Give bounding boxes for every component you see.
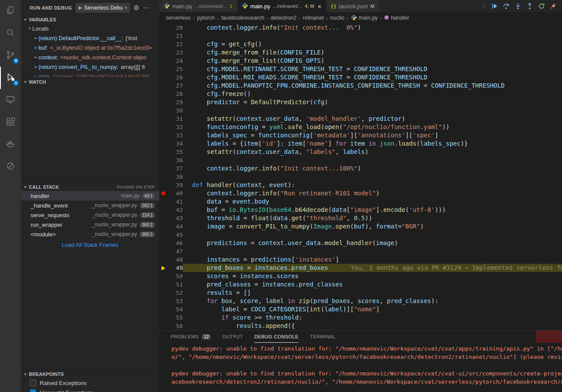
gutter-glyph-margin[interactable] bbox=[159, 206, 167, 214]
code-text[interactable]: labels = {item['id']: item['name'] for i… bbox=[183, 140, 562, 148]
chevron-right-icon[interactable]: ▸ bbox=[33, 55, 38, 59]
breadcrumb-item[interactable]: main.py bbox=[351, 14, 378, 22]
code-text[interactable]: cfg = get_cfg() bbox=[183, 40, 562, 48]
disconnect-button[interactable] bbox=[550, 3, 557, 10]
gutter-glyph-margin[interactable] bbox=[159, 106, 167, 115]
code-text[interactable]: cfg.freeze() bbox=[183, 90, 562, 98]
gutter-glyph-margin[interactable] bbox=[159, 148, 167, 156]
gutter-glyph-margin[interactable] bbox=[159, 222, 167, 231]
panel-tab-output[interactable]: OUTPUT bbox=[222, 331, 243, 343]
close-icon[interactable]: × bbox=[318, 3, 322, 10]
code-line[interactable]: 41 data = event.body bbox=[159, 198, 562, 206]
code-text[interactable]: cfg.merge_from_file(CONFIG_FILE) bbox=[183, 48, 562, 57]
code-text[interactable]: context.logger.info("Init context... 0%"… bbox=[183, 24, 562, 32]
gutter-glyph-margin[interactable] bbox=[159, 272, 167, 280]
code-text[interactable]: label = COCO_CATEGORIES[int(label)]["nam… bbox=[183, 305, 562, 314]
variable-row[interactable]: ▸context:<nuclio_sdk.context.Context obj… bbox=[21, 52, 159, 62]
code-line[interactable]: 55 if score >= threshold: bbox=[159, 314, 562, 322]
gutter-glyph-margin[interactable] bbox=[159, 140, 167, 148]
stack-frame-row[interactable]: <module>_nuclio_wrapper.py366:1 bbox=[21, 229, 159, 239]
code-line[interactable]: 27 cfg.MODEL.PANOPTIC_FPN.COMBINE.INSTAN… bbox=[159, 82, 562, 90]
code-text[interactable]: scores = instances.scores bbox=[183, 272, 562, 280]
code-line[interactable]: 53 for box, score, label in zip(pred_box… bbox=[159, 297, 562, 305]
variable-row[interactable]: ▸buf:<_io.BytesIO object at 0x7f5a2dc1ec… bbox=[21, 43, 159, 52]
gutter-glyph-margin[interactable] bbox=[159, 40, 167, 48]
gutter-glyph-margin[interactable] bbox=[159, 164, 167, 173]
code-line[interactable]: 30 bbox=[159, 106, 562, 115]
breakpoint-dot-icon[interactable] bbox=[159, 189, 167, 198]
code-line[interactable]: 43 threshold = float(data.get("threshold… bbox=[159, 214, 562, 222]
code-text[interactable]: setattr(context.user_data, 'model_handle… bbox=[183, 115, 562, 123]
code-line[interactable]: 32 functionconfig = yaml.safe_load(open(… bbox=[159, 123, 562, 131]
gutter-glyph-margin[interactable] bbox=[159, 173, 167, 181]
variable-row[interactable]: ▸(return) DefaultPredictor.__call__:{'in… bbox=[21, 33, 159, 43]
code-line[interactable]: 24 cfg.merge_from_list(CONFIG_OPTS) bbox=[159, 57, 562, 65]
breadcrumb-item[interactable]: nuclio bbox=[330, 15, 345, 21]
step-over-button[interactable] bbox=[503, 3, 510, 10]
code-text[interactable]: def handler(context, event): bbox=[183, 181, 562, 189]
panel-tab-debug-console[interactable]: DEBUG CONSOLE bbox=[254, 331, 298, 343]
code-line[interactable]: 38 bbox=[159, 173, 562, 181]
stack-frame-row[interactable]: handlermain.py49:1 bbox=[21, 191, 159, 201]
gutter-glyph-margin[interactable] bbox=[159, 73, 167, 82]
editor-tab[interactable]: main.py.../retinanet/...4, M× bbox=[237, 0, 326, 12]
code-line[interactable]: 51 pred_classes = instances.pred_classes bbox=[159, 280, 562, 289]
code-line[interactable]: 49 pred_boxes = instances.pred_boxesYou,… bbox=[159, 264, 562, 272]
load-all-stack-frames-link[interactable]: Load All Stack Frames bbox=[21, 242, 159, 248]
breadcrumb-item[interactable]: pytorch bbox=[197, 15, 215, 21]
gutter-glyph-margin[interactable] bbox=[159, 48, 167, 57]
breakpoints-section-header[interactable]: ▾ BREAKPOINTS bbox=[21, 370, 159, 378]
code-text[interactable] bbox=[183, 156, 562, 164]
watch-section-header[interactable]: ▾ WATCH bbox=[21, 78, 159, 86]
gutter-glyph-margin[interactable] bbox=[159, 297, 167, 305]
debug-console-output[interactable]: pydev debugger: unable to find translati… bbox=[159, 344, 562, 392]
activity-item-remote-explorer[interactable] bbox=[0, 89, 21, 111]
code-line[interactable]: 36 bbox=[159, 156, 562, 164]
chevron-right-icon[interactable]: ▸ bbox=[33, 36, 38, 40]
debug-config-dropdown[interactable]: ▶ Serverless Debu ▾ bbox=[75, 3, 130, 13]
stack-frame-row[interactable]: serve_requests_nuclio_wrapper.py114:1 bbox=[21, 210, 159, 220]
code-line[interactable]: 47 bbox=[159, 247, 562, 256]
gutter-glyph-margin[interactable] bbox=[159, 131, 167, 140]
gutter-glyph-margin[interactable] bbox=[159, 115, 167, 123]
code-text[interactable]: predictor = DefaultPredictor(cfg) bbox=[183, 98, 562, 106]
activity-item-search[interactable] bbox=[0, 22, 21, 44]
code-text[interactable] bbox=[183, 32, 562, 40]
step-into-button[interactable] bbox=[514, 3, 521, 10]
activity-item-circle-plugin[interactable] bbox=[0, 156, 21, 178]
gutter-glyph-margin[interactable] bbox=[159, 82, 167, 90]
breakpoint-checkbox[interactable]: ✓ bbox=[30, 389, 36, 392]
stack-frame-row[interactable]: run_wrapper_nuclio_wrapper.py360:1 bbox=[21, 220, 159, 229]
activity-item-docker[interactable] bbox=[0, 133, 21, 156]
gutter-glyph-margin[interactable] bbox=[159, 32, 167, 40]
gutter-glyph-margin[interactable] bbox=[159, 239, 167, 247]
code-text[interactable]: results = [] bbox=[183, 289, 562, 297]
editor-code[interactable]: 20 context.logger.info("Init context... … bbox=[159, 24, 562, 330]
gutter-glyph-margin[interactable] bbox=[159, 198, 167, 206]
variable-row[interactable]: ▸data:{'image': 'iVBORw0KGgoAAAANSUhE bbox=[21, 72, 159, 77]
gutter-glyph-margin[interactable] bbox=[159, 256, 167, 264]
panel-tab-problems[interactable]: PROBLEMS12 bbox=[171, 331, 211, 343]
code-text[interactable]: buf = io.BytesIO(base64.b64decode(data["… bbox=[183, 206, 562, 214]
code-text[interactable]: functionconfig = yaml.safe_load(open("/o… bbox=[183, 123, 562, 131]
code-text[interactable]: image = convert_PIL_to_numpy(Image.open(… bbox=[183, 222, 562, 231]
code-text[interactable]: instances = predictions['instances'] bbox=[183, 256, 562, 264]
code-line[interactable]: 40 context.logger.info("Run retinanet-R1… bbox=[159, 189, 562, 198]
code-text[interactable]: if score >= threshold: bbox=[183, 314, 562, 322]
debug-toolbar-grip[interactable] bbox=[482, 3, 486, 10]
gutter-glyph-margin[interactable] bbox=[159, 181, 167, 189]
continue-button[interactable] bbox=[491, 3, 498, 10]
activity-item-extensions[interactable] bbox=[0, 111, 21, 133]
code-line[interactable]: 50 scores = instances.scores bbox=[159, 272, 562, 280]
variables-section-header[interactable]: ▾ VARIABLES bbox=[21, 15, 159, 24]
restart-button[interactable] bbox=[538, 3, 545, 10]
activity-item-explorer[interactable] bbox=[0, 0, 21, 22]
code-text[interactable]: setattr(context.user_data, "labels", lab… bbox=[183, 148, 562, 156]
code-text[interactable]: data = event.body bbox=[183, 198, 562, 206]
chevron-right-icon[interactable]: ▸ bbox=[33, 74, 38, 77]
gutter-glyph-margin[interactable] bbox=[159, 65, 167, 73]
code-line[interactable]: 52 results = [] bbox=[159, 289, 562, 297]
code-line[interactable]: 26 cfg.MODEL.ROI_HEADS.SCORE_THRESH_TEST… bbox=[159, 73, 562, 82]
current-line-arrow-icon[interactable] bbox=[159, 264, 167, 272]
code-text[interactable] bbox=[183, 247, 562, 256]
